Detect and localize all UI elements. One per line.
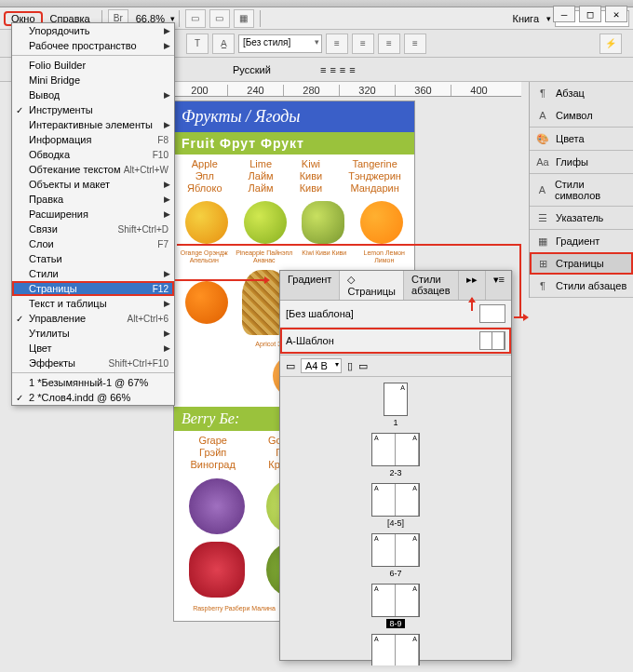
screen-mode-icon[interactable]: ▭ xyxy=(209,9,230,28)
side-panel-item[interactable]: ⊞ Страницы xyxy=(530,252,633,275)
menu-item[interactable]: Информация F8 xyxy=(12,132,174,147)
master-a-row[interactable]: A-Шаблон xyxy=(280,328,511,355)
menu-item[interactable]: Folio Builder xyxy=(12,58,174,73)
side-panel-item[interactable]: ¶ Стили абзацев xyxy=(530,275,633,297)
panel-flyout-icon[interactable]: ▾≡ xyxy=(486,271,513,300)
page-tool-icon[interactable]: ▭ xyxy=(286,360,295,372)
page-thumbnail[interactable]: AA10-11 xyxy=(371,634,420,665)
menu-item[interactable]: ✓ Управление Alt+Ctrl+6 xyxy=(12,311,174,326)
horizontal-ruler: 200240280320360400 xyxy=(171,82,521,97)
panel-icon: A xyxy=(535,183,549,196)
menu-item[interactable]: Эффекты Shift+Ctrl+F10 xyxy=(12,356,174,370)
align-justify-icon[interactable]: ≡ xyxy=(404,34,426,54)
menu-item[interactable]: Вывод ▶ xyxy=(12,87,174,102)
pages-panel: Градиент◇ СтраницыСтили абзацев▸▸▾≡ [Без… xyxy=(279,270,512,661)
master-none-row[interactable]: [Без шаблона] xyxy=(280,301,511,328)
menu-item[interactable]: Статьи xyxy=(12,251,174,266)
menu-item[interactable]: Правка ▶ xyxy=(12,192,174,207)
menu-item[interactable]: Упорядочить ▶ xyxy=(12,23,174,38)
close-button[interactable]: ✕ xyxy=(605,6,627,22)
menu-item[interactable]: Утилиты ▶ xyxy=(12,326,174,341)
side-panel-item[interactable]: 🎨 Цвета xyxy=(530,128,633,150)
panel-icon: A xyxy=(535,109,550,122)
menu-item[interactable]: ✓ 2 *Слов4.indd @ 66% xyxy=(12,390,174,405)
panel-icon: 🎨 xyxy=(535,132,550,145)
menu-item[interactable]: Обводка F10 xyxy=(12,147,174,162)
panel-icon: ▦ xyxy=(535,235,550,248)
page-thumbnail[interactable]: AA[4-5] xyxy=(371,483,420,528)
panel-tab[interactable]: Градиент xyxy=(280,271,340,300)
justify-all-left-icon[interactable]: ≡ xyxy=(320,64,326,75)
panel-icon: ¶ xyxy=(535,87,550,100)
page-thumbnail[interactable]: AA6-7 xyxy=(371,533,420,578)
menu-item[interactable]: Страницы F12 xyxy=(12,281,174,296)
maximize-button[interactable]: □ xyxy=(579,6,601,22)
menu-item[interactable]: Связи Shift+Ctrl+D xyxy=(12,222,174,236)
menu-item[interactable]: Mini Bridge xyxy=(12,73,174,87)
menu-item[interactable]: Расширения ▶ xyxy=(12,207,174,222)
page-thumbnail[interactable]: AA8-9 xyxy=(371,584,420,628)
panel-tab[interactable]: ◇ Страницы xyxy=(340,271,404,300)
panel-tab[interactable]: Стили абзацев xyxy=(404,271,458,300)
side-panel-dock: ¶ Абзац A Символ 🎨 Цвета Aa Глифы A Стил… xyxy=(529,82,633,298)
char-icon[interactable]: A̲ xyxy=(212,34,235,54)
doc-heading-2: Fruit Фрут Фрукт xyxy=(174,132,414,155)
side-panel-item[interactable]: A Символ xyxy=(530,104,633,127)
panel-icon: Aa xyxy=(535,155,550,168)
side-panel-item[interactable]: ¶ Абзац xyxy=(530,82,633,104)
page-size-dropdown[interactable]: A4 В xyxy=(301,358,342,373)
menu-item[interactable]: Текст и таблицы ▶ xyxy=(12,296,174,311)
menu-item[interactable]: 1 *Безымянный-1 @ 67% xyxy=(12,375,174,390)
justify-all-center-icon[interactable]: ≡ xyxy=(330,64,335,75)
side-panel-item[interactable]: ☰ Указатель xyxy=(530,207,633,229)
menu-item[interactable]: ✓ Инструменты xyxy=(12,102,174,117)
language-dropdown[interactable]: Русский xyxy=(233,64,316,75)
minimize-button[interactable]: — xyxy=(553,6,575,22)
menu-item[interactable]: Интерактивные элементы ▶ xyxy=(12,117,174,132)
panel-icon: ⊞ xyxy=(535,257,550,270)
menu-item[interactable]: Обтекание текстом Alt+Ctrl+W xyxy=(12,162,174,177)
align-center-icon[interactable]: ≡ xyxy=(352,34,374,54)
annotation-arrow xyxy=(514,316,527,318)
menu-item[interactable]: Стили ▶ xyxy=(12,266,174,281)
menu-item[interactable]: Рабочее пространство ▶ xyxy=(12,38,174,53)
side-panel-item[interactable]: A Стили символов xyxy=(530,174,633,206)
annotation-arrow xyxy=(471,298,473,311)
arrange-icon[interactable]: ▦ xyxy=(234,9,254,28)
panel-icon: ☰ xyxy=(535,211,550,224)
page-thumbnail[interactable]: AA2-3 xyxy=(371,433,420,477)
side-panel-item[interactable]: ▦ Градиент xyxy=(530,230,633,252)
orientation-portrait-icon[interactable]: ▯ xyxy=(347,360,353,372)
doc-heading-1: Фрукты / Ягоды xyxy=(174,101,414,132)
align-right-icon[interactable]: ≡ xyxy=(378,34,400,54)
annotation-arrow xyxy=(175,279,268,281)
side-panel-item[interactable]: Aa Глифы xyxy=(530,151,633,173)
page-thumbnail[interactable]: A1 xyxy=(384,383,408,427)
justify-all-right-icon[interactable]: ≡ xyxy=(340,64,345,75)
menu-item[interactable]: Объекты и макет ▶ xyxy=(12,177,174,192)
align-left-icon[interactable]: ≡ xyxy=(326,34,348,54)
window-menu-dropdown: Упорядочить ▶ Рабочее пространство ▶ Fol… xyxy=(11,22,175,406)
view-mode-icon[interactable]: ▭ xyxy=(185,9,206,28)
menu-item[interactable]: Слои F7 xyxy=(12,236,174,251)
book-label: Книга xyxy=(505,11,546,26)
text-tool-icon[interactable]: T xyxy=(186,34,209,54)
menu-item[interactable]: Цвет ▶ xyxy=(12,341,174,356)
panel-icon: ¶ xyxy=(535,279,550,292)
orientation-landscape-icon[interactable]: ▭ xyxy=(358,360,368,372)
justify-full-icon[interactable]: ≡ xyxy=(349,64,355,75)
flash-icon[interactable]: ⚡ xyxy=(599,34,622,54)
char-style-dropdown[interactable]: [Без стиля] xyxy=(238,34,322,53)
